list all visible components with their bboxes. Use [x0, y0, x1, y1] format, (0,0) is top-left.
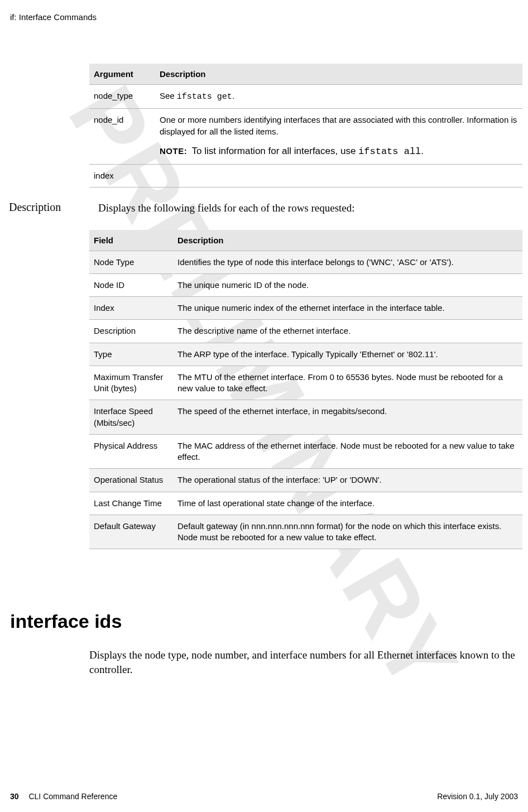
field-desc: The MTU of the ethernet interface. From … [173, 366, 522, 400]
arg-name: node_type [89, 85, 155, 109]
arg-name: index [89, 164, 155, 187]
table-row: node_type See ifstats get. [89, 85, 522, 109]
command-heading: interface ids [10, 611, 518, 632]
field-header-description: Description [173, 230, 522, 251]
arg-desc: One or more numbers identifying interfac… [155, 109, 522, 164]
arg-note: NOTE: To list information for all interf… [160, 145, 518, 158]
table-row: Index The unique numeric index of the et… [89, 297, 522, 320]
table-row: Physical Address The MAC address of the … [89, 434, 522, 469]
page-footer: 30 CLI Command Reference Revision 0.1, J… [10, 792, 518, 801]
arg-desc-post: . [232, 91, 234, 100]
field-name: Maximum Transfer Unit (bytes) [89, 366, 173, 400]
field-desc: The ARP type of the interface. Typically… [173, 343, 522, 366]
note-code: ifstats all [358, 146, 421, 157]
table-row: Type The ARP type of the interface. Typi… [89, 343, 522, 366]
table-row: node_id One or more numbers identifying … [89, 109, 522, 164]
field-table: Field Description Node Type Identifies t… [89, 230, 522, 550]
field-name: Operational Status [89, 469, 173, 492]
command-intro: Displays the node type, node number, and… [89, 648, 518, 676]
table-row: Maximum Transfer Unit (bytes) The MTU of… [89, 366, 522, 400]
arg-desc-code: ifstats get [177, 92, 232, 102]
argument-table: Argument Description node_type See ifsta… [89, 64, 522, 188]
arg-desc-line1: One or more numbers identifying interfac… [160, 114, 518, 137]
arg-desc-pre: See [160, 91, 177, 100]
table-row: Operational Status The operational statu… [89, 469, 522, 492]
description-text: Displays the following fields for each o… [98, 201, 518, 215]
note-pre: To list information for all interfaces, … [192, 146, 359, 156]
field-name: Last Change Time [89, 492, 173, 515]
field-name: Node ID [89, 273, 173, 296]
note-label: NOTE: [160, 146, 187, 156]
field-desc: Default gateway (in nnn.nnn.nnn.nnn form… [173, 515, 522, 549]
note-post: . [421, 146, 424, 156]
field-name: Type [89, 343, 173, 366]
field-header-field: Field [89, 230, 173, 251]
field-desc: Identifies the type of node this interfa… [173, 251, 522, 273]
table-row: Last Change Time Time of last operationa… [89, 492, 522, 515]
page-number: 30 [10, 792, 19, 801]
field-name: Description [89, 320, 173, 343]
doc-title: CLI Command Reference [28, 792, 117, 801]
running-header: if: Interface Commands [10, 12, 97, 22]
table-row: Default Gateway Default gateway (in nnn.… [89, 515, 522, 549]
field-name: Node Type [89, 251, 173, 273]
arg-desc [155, 164, 522, 187]
arg-name: node_id [89, 109, 155, 164]
field-desc: The speed of the ethernet interface, in … [173, 400, 522, 435]
arg-header-argument: Argument [89, 64, 155, 85]
table-row: Node Type Identifies the type of node th… [89, 251, 522, 273]
arg-header-description: Description [155, 64, 522, 85]
field-desc: The unique numeric ID of the node. [173, 273, 522, 296]
field-desc: Time of last operational state change of… [173, 492, 522, 515]
field-desc: The MAC address of the ethernet interfac… [173, 434, 522, 469]
table-row: Description The descriptive name of the … [89, 320, 522, 343]
description-label: Description [0, 201, 98, 214]
field-desc: The operational status of the interface:… [173, 469, 522, 492]
field-name: Index [89, 297, 173, 320]
table-row: Interface Speed (Mbits/sec) The speed of… [89, 400, 522, 435]
arg-desc: See ifstats get. [155, 85, 522, 109]
field-name: Interface Speed (Mbits/sec) [89, 400, 173, 435]
table-row: Node ID The unique numeric ID of the nod… [89, 273, 522, 296]
field-name: Physical Address [89, 434, 173, 469]
field-desc: The unique numeric index of the ethernet… [173, 297, 522, 320]
table-row: index [89, 164, 522, 187]
field-desc: The descriptive name of the ethernet int… [173, 320, 522, 343]
revision-text: Revision 0.1, July 2003 [437, 792, 518, 801]
field-name: Default Gateway [89, 515, 173, 549]
